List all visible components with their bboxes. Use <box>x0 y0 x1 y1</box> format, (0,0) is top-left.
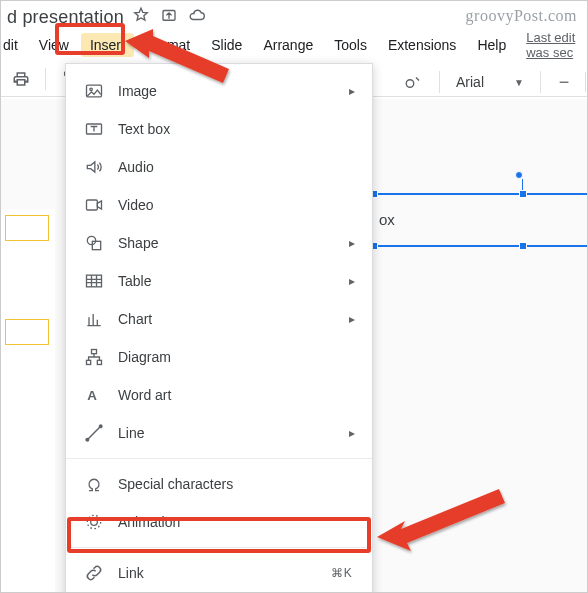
selected-textbox-bottom[interactable] <box>373 245 588 247</box>
svg-point-15 <box>91 519 98 526</box>
menubar: dit View Insert Format Slide Arrange Too… <box>1 29 587 61</box>
svg-point-6 <box>87 236 95 244</box>
rotation-handle[interactable] <box>515 171 523 179</box>
last-edit-link[interactable]: Last edit was sec <box>526 30 583 60</box>
thumbnail-strip <box>1 209 55 592</box>
chevron-down-icon: ▼ <box>514 77 524 88</box>
video-icon <box>84 195 104 215</box>
table-icon <box>84 271 104 291</box>
menu-label: Animation <box>118 514 358 530</box>
menu-item-video[interactable]: Video <box>66 186 372 224</box>
menu-insert[interactable]: Insert <box>81 33 134 57</box>
menu-item-wordart[interactable]: A Word art <box>66 376 372 414</box>
menu-label: Diagram <box>118 349 358 365</box>
svg-point-16 <box>87 515 100 528</box>
line-icon <box>84 423 104 443</box>
svg-rect-10 <box>87 360 91 364</box>
font-selector[interactable]: Arial ▼ <box>452 74 528 90</box>
menu-view[interactable]: View <box>30 33 78 57</box>
fill-color-icon[interactable] <box>399 68 427 96</box>
menu-slide[interactable]: Slide <box>202 33 251 57</box>
textbox-icon <box>84 119 104 139</box>
audio-icon <box>84 157 104 177</box>
slide-thumbnail[interactable] <box>5 319 49 345</box>
menu-item-link[interactable]: Link ⌘K <box>66 554 372 592</box>
font-name: Arial <box>456 74 496 90</box>
print-icon[interactable] <box>7 65 35 93</box>
menu-label: Video <box>118 197 358 213</box>
submenu-arrow-icon: ▸ <box>346 312 358 326</box>
cloud-icon[interactable] <box>188 6 206 29</box>
shape-icon <box>84 233 104 253</box>
submenu-arrow-icon: ▸ <box>346 274 358 288</box>
menu-help[interactable]: Help <box>468 33 515 57</box>
document-title[interactable]: d presentation <box>7 7 124 28</box>
menu-item-shape[interactable]: Shape ▸ <box>66 224 372 262</box>
menu-label: Text box <box>118 121 358 137</box>
svg-rect-9 <box>92 350 97 354</box>
submenu-arrow-icon: ▸ <box>346 236 358 250</box>
menu-label: Word art <box>118 387 358 403</box>
animation-icon <box>84 512 104 532</box>
insert-dropdown: Image ▸ Text box Audio Video Shape ▸ Tab… <box>65 63 373 593</box>
star-icon[interactable] <box>132 6 150 29</box>
svg-rect-11 <box>97 360 101 364</box>
menu-item-table[interactable]: Table ▸ <box>66 262 372 300</box>
toolbar-right: Arial ▼ − <box>399 67 586 97</box>
submenu-arrow-icon: ▸ <box>346 426 358 440</box>
separator <box>540 71 541 93</box>
menu-label: Chart <box>118 311 332 327</box>
svg-point-14 <box>99 425 102 428</box>
svg-point-3 <box>90 88 93 91</box>
menu-separator <box>66 547 372 548</box>
svg-text:A: A <box>87 388 97 403</box>
image-icon <box>84 81 104 101</box>
watermark: groovyPost.com <box>466 7 577 25</box>
menu-item-textbox[interactable]: Text box <box>66 110 372 148</box>
wordart-icon: A <box>84 385 104 405</box>
menu-item-chart[interactable]: Chart ▸ <box>66 300 372 338</box>
move-icon[interactable] <box>160 6 178 29</box>
submenu-arrow-icon: ▸ <box>346 84 358 98</box>
svg-point-13 <box>86 438 89 441</box>
svg-rect-8 <box>87 275 102 287</box>
menu-item-diagram[interactable]: Diagram <box>66 338 372 376</box>
menu-label: Shape <box>118 235 332 251</box>
separator <box>439 71 440 93</box>
shortcut-label: ⌘K <box>331 566 352 580</box>
menu-item-line[interactable]: Line ▸ <box>66 414 372 452</box>
menu-extensions[interactable]: Extensions <box>379 33 465 57</box>
menu-label: Line <box>118 425 332 441</box>
separator <box>45 68 46 90</box>
menu-item-special-characters[interactable]: Special characters <box>66 465 372 503</box>
menu-item-animation[interactable]: Animation <box>66 503 372 541</box>
menu-label: Special characters <box>118 476 358 492</box>
menu-arrange[interactable]: Arrange <box>254 33 322 57</box>
menu-item-audio[interactable]: Audio <box>66 148 372 186</box>
decrease-font-icon[interactable]: − <box>553 71 575 93</box>
textbox-content[interactable]: ox <box>379 211 395 228</box>
chart-icon <box>84 309 104 329</box>
menu-label: Link <box>118 565 317 581</box>
slide-thumbnail[interactable] <box>5 215 49 241</box>
selected-textbox-top[interactable] <box>373 193 588 195</box>
special-characters-icon <box>84 474 104 494</box>
menu-tools[interactable]: Tools <box>325 33 376 57</box>
menu-label: Image <box>118 83 332 99</box>
menu-format[interactable]: Format <box>137 33 199 57</box>
menu-separator <box>66 458 372 459</box>
link-icon <box>84 563 104 583</box>
svg-rect-5 <box>87 200 98 210</box>
menu-edit[interactable]: dit <box>1 33 27 57</box>
font-size-divider <box>585 72 586 92</box>
menu-item-image[interactable]: Image ▸ <box>66 72 372 110</box>
svg-rect-7 <box>92 241 100 249</box>
svg-point-1 <box>406 80 414 88</box>
diagram-icon <box>84 347 104 367</box>
menu-label: Table <box>118 273 332 289</box>
menu-label: Audio <box>118 159 358 175</box>
